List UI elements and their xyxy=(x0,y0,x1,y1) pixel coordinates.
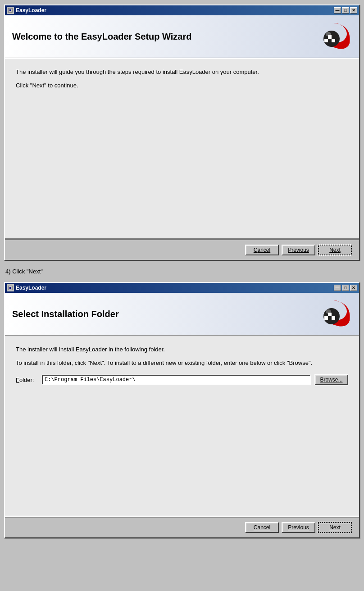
next-button-1[interactable]: Next xyxy=(318,245,352,255)
maximize-btn-2[interactable]: □ xyxy=(342,285,349,291)
window2: EasyLoader — □ ✕ Select Installation Fol… xyxy=(4,282,360,538)
close-btn-1[interactable]: ✕ xyxy=(350,7,357,14)
wizard-logo-2 xyxy=(298,298,352,330)
title-bar-2: EasyLoader — □ ✕ xyxy=(5,283,359,293)
svg-rect-28 xyxy=(335,316,339,320)
folder-input[interactable] xyxy=(42,375,311,385)
wizard-header-1: Welcome to the EasyLoader Setup Wizard xyxy=(5,15,359,58)
svg-rect-9 xyxy=(332,39,335,42)
wizard-title-2: Select Installation Folder xyxy=(12,309,119,319)
title-bar-left-2: EasyLoader xyxy=(7,284,46,291)
app-icon-2 xyxy=(7,284,14,291)
cancel-rest-2: ancel xyxy=(257,524,270,531)
title-1: EasyLoader xyxy=(16,7,46,14)
content-line1-1: The installer will guide you through the… xyxy=(16,68,348,77)
maximize-btn-1[interactable]: □ xyxy=(342,7,349,14)
svg-point-29 xyxy=(326,309,331,314)
previous-underline-1: P xyxy=(288,247,291,253)
title-bar-left-1: EasyLoader xyxy=(7,7,46,14)
title-bar-1: EasyLoader — □ ✕ xyxy=(5,5,359,15)
folder-label: Folder: xyxy=(16,377,38,383)
svg-rect-7 xyxy=(332,35,335,39)
window1: EasyLoader — □ ✕ Welcome to the EasyLoad… xyxy=(4,5,360,261)
cancel-rest-1: ancel xyxy=(257,247,270,253)
content-line1-2: The installer will install EasyLoader in… xyxy=(16,345,348,354)
svg-rect-8 xyxy=(328,39,332,42)
svg-rect-3 xyxy=(9,9,11,11)
minimize-btn-2[interactable]: — xyxy=(334,285,341,291)
previous-button-2[interactable]: Previous xyxy=(282,522,315,533)
svg-point-14 xyxy=(326,32,331,36)
svg-rect-23 xyxy=(328,316,332,320)
wizard-title-1: Welcome to the EasyLoader Setup Wizard xyxy=(12,32,191,42)
cancel-underline-2: C xyxy=(254,524,258,531)
previous-underline-2: P xyxy=(288,524,291,531)
title-bar-buttons-1: — □ ✕ xyxy=(334,7,357,14)
next-rest-2: ext xyxy=(333,524,341,531)
svg-rect-13 xyxy=(335,39,339,42)
wizard-footer-1: Cancel Previous Next xyxy=(5,239,359,260)
svg-rect-27 xyxy=(324,316,328,320)
cancel-button-1[interactable]: Cancel xyxy=(245,245,279,255)
close-btn-2[interactable]: ✕ xyxy=(350,285,357,291)
svg-rect-22 xyxy=(332,313,335,316)
cancel-button-2[interactable]: Cancel xyxy=(245,522,279,533)
svg-rect-11 xyxy=(335,35,339,39)
content-line2-2: To install in this folder, click "Next".… xyxy=(16,359,348,368)
title-2: EasyLoader xyxy=(16,285,46,291)
previous-rest-2: revious xyxy=(291,524,309,531)
step-label: 4) Click "Next" xyxy=(0,265,364,277)
wizard-header-2: Select Installation Folder xyxy=(5,293,359,336)
browse-button[interactable]: Browse... xyxy=(314,374,348,385)
svg-rect-26 xyxy=(335,313,339,316)
wizard-logo-1 xyxy=(298,21,352,52)
previous-button-1[interactable]: Previous xyxy=(282,245,315,255)
svg-rect-18 xyxy=(9,287,11,289)
folder-label-underline: F xyxy=(16,377,19,383)
next-rest-1: ext xyxy=(333,247,341,253)
folder-row: Folder: Browse... xyxy=(16,374,348,385)
svg-rect-12 xyxy=(324,39,328,42)
previous-rest-1: revious xyxy=(291,247,309,253)
wizard-content-2: The installer will install EasyLoader in… xyxy=(5,336,359,516)
minimize-btn-1[interactable]: — xyxy=(334,7,341,14)
app-icon-1 xyxy=(7,7,14,14)
next-button-2[interactable]: Next xyxy=(318,522,352,533)
wizard-footer-2: Cancel Previous Next xyxy=(5,517,359,537)
wizard-content-1: The installer will guide you through the… xyxy=(5,58,359,238)
next-underline-1: N xyxy=(329,247,333,253)
svg-rect-24 xyxy=(332,316,335,320)
title-bar-buttons-2: — □ ✕ xyxy=(334,285,357,291)
content-line2-1: Click "Next" to continue. xyxy=(16,81,348,90)
cancel-underline-1: C xyxy=(254,247,258,253)
browse-underline: B xyxy=(320,377,323,383)
next-underline-2: N xyxy=(329,524,333,531)
browse-rest: rowse... xyxy=(324,377,343,383)
